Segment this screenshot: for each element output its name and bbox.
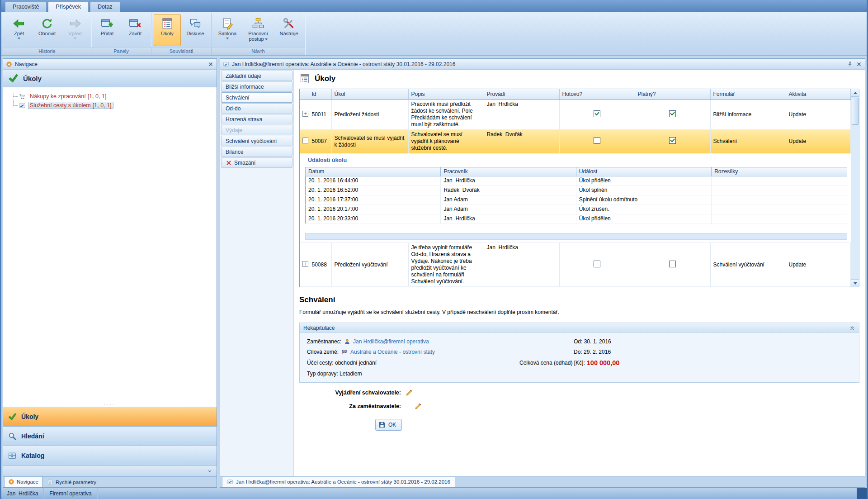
close-panel-button[interactable]: Zavřít <box>122 14 149 46</box>
close-icon[interactable] <box>856 61 862 67</box>
column-header-rozesilky[interactable]: Rozesílky <box>712 167 847 176</box>
employee-label: Zaměstnanec: <box>307 338 341 345</box>
hotovo-checkbox[interactable] <box>594 137 600 144</box>
chevron-down-icon[interactable] <box>207 468 213 474</box>
collapse-icon[interactable] <box>849 325 855 331</box>
platny-checkbox[interactable] <box>669 110 676 117</box>
column-header-popis[interactable]: Popis <box>408 89 484 100</box>
template-button[interactable]: Šablona <box>214 14 241 46</box>
column-header-provadi[interactable]: Provádí <box>484 89 559 100</box>
add-panel-button[interactable]: Přidat <box>94 14 121 46</box>
platny-checkbox[interactable] <box>669 261 676 267</box>
scroll-up-arrow[interactable] <box>851 89 859 97</box>
section-hledani[interactable]: Hledání <box>3 426 217 446</box>
document-tab-bar: Jan Hrdlička@firemní operativa: Austráli… <box>220 476 865 487</box>
event-row[interactable]: 20. 1. 2016 20:33:00 Jan Hrdlička Úkol p… <box>306 214 847 224</box>
event-row[interactable]: 20. 1. 2016 16:52:00 Radek Dvořák Úkol s… <box>306 186 847 195</box>
column-header-datum[interactable]: Datum <box>306 167 441 176</box>
platny-checkbox[interactable] <box>669 137 676 144</box>
forward-button[interactable]: Vpřed <box>61 14 89 46</box>
column-header-pracovnik[interactable]: Pracovník <box>441 167 576 176</box>
tab-prispevek[interactable]: Příspěvek <box>48 1 89 12</box>
panel-splitter[interactable]: ···· <box>3 401 217 407</box>
section-label: Hledání <box>21 432 44 440</box>
tree-item-nakupy[interactable]: Nákupy ke zpracování[1, 0, 1] <box>3 92 217 101</box>
employee-link[interactable]: Jan Hrdlička@firemní operativa <box>353 338 429 345</box>
close-panel-icon <box>129 16 142 31</box>
tools-button[interactable]: Nástroje <box>275 14 302 46</box>
cell-rozesilky <box>712 176 847 186</box>
left-panel-bottom-tabs: Navigace Rychlé parametry <box>3 476 217 487</box>
hotovo-checkbox[interactable] <box>594 261 600 267</box>
dropdown-arrow-icon <box>74 38 76 39</box>
pencil-icon[interactable] <box>406 389 413 396</box>
tab-navigace[interactable]: Navigace <box>4 477 42 487</box>
form-content: Úkoly <box>294 70 865 476</box>
nav-item-bilance[interactable]: Bilance <box>221 147 292 157</box>
refresh-icon <box>41 16 53 31</box>
event-row[interactable]: 20. 1. 2016 17:37:00 Jan Adam Splnění úk… <box>306 195 847 205</box>
column-header-id[interactable]: Id <box>309 89 331 100</box>
nav-item-smazani[interactable]: Smazání <box>221 157 292 168</box>
tab-dotaz[interactable]: Dotaz <box>90 1 120 12</box>
tab-pracoviste[interactable]: Pracoviště <box>5 1 47 12</box>
cell-udalost: Úkol přidělen <box>576 176 711 186</box>
scrollbar-thumb[interactable] <box>852 98 859 125</box>
date-to: Do: 29. 2. 2016 <box>574 349 611 355</box>
column-header-formular[interactable]: Formulář <box>710 89 786 100</box>
form-nav: Základní údaje Bližší informace Schválen… <box>220 70 294 476</box>
nav-item-blizsi-informace[interactable]: Bližší informace <box>221 81 292 92</box>
ok-button[interactable]: OK <box>375 419 402 431</box>
button-label: Šablona <box>218 31 236 36</box>
nav-item-zakladni-udaje[interactable]: Základní údaje <box>221 71 292 81</box>
nav-item-vydaje[interactable]: Výdaje <box>221 125 292 135</box>
vertical-scrollbar[interactable] <box>851 89 859 287</box>
refresh-button[interactable]: Obnovit <box>33 14 61 46</box>
back-button[interactable]: Zpět <box>5 14 33 46</box>
section-katalog[interactable]: Katalog <box>3 446 217 465</box>
column-header-udalost[interactable]: Událost <box>576 167 711 176</box>
nav-item-schvaleni[interactable]: Schválení <box>221 92 292 103</box>
scroll-down-arrow[interactable] <box>851 279 859 287</box>
close-icon[interactable] <box>208 61 214 67</box>
column-header-platny[interactable]: Platný? <box>635 89 710 100</box>
scrollbar-track[interactable] <box>851 97 859 279</box>
nav-item-schvaleni-vyuctovani[interactable]: Schválení vyúčtování <box>221 136 292 146</box>
expand-icon[interactable] <box>302 261 308 267</box>
column-header-aktivita[interactable]: Aktivita <box>786 89 851 100</box>
workflow-icon <box>252 16 264 31</box>
hotovo-checkbox[interactable] <box>594 110 600 117</box>
events-title[interactable]: Události úkolu <box>305 153 847 167</box>
navigation-panel-titlebar: Navigace <box>3 59 217 70</box>
table-row[interactable]: 50087 Schvalovatel se musí vyjádřit k žá… <box>300 130 851 153</box>
tasks-button[interactable]: Úkoly <box>154 14 181 46</box>
event-row[interactable]: 20. 1. 2016 20:17:00 Jan Adam Úkol zruše… <box>306 205 847 214</box>
save-icon <box>378 421 386 428</box>
recap-title: Rekapitulace <box>303 325 335 331</box>
section-label: Úkoly <box>21 413 38 420</box>
dropdown-arrow-icon <box>226 38 229 39</box>
section-ukoly[interactable]: Úkoly <box>3 407 217 426</box>
workflow-button[interactable]: Pracovní postup <box>242 14 274 46</box>
pencil-icon[interactable] <box>415 403 422 410</box>
nav-item-od-do[interactable]: Od-do <box>221 103 292 114</box>
collapse-icon[interactable] <box>302 138 308 143</box>
country-link[interactable]: Austrálie a Oceánie - ostrovní státy <box>350 349 435 355</box>
tab-rychle-parametry[interactable]: Rychlé parametry <box>43 477 100 487</box>
document-tab[interactable]: Jan Hrdlička@firemní operativa: Austráli… <box>222 477 455 487</box>
cell-id: 50011 <box>309 100 331 130</box>
nav-item-hrazena-strava[interactable]: Hrazená strava <box>221 114 292 124</box>
pin-icon[interactable] <box>847 61 853 67</box>
expand-icon[interactable] <box>302 111 308 117</box>
column-header-hotovo[interactable]: Hotovo? <box>559 89 635 100</box>
discussion-button[interactable]: Diskuse <box>182 14 209 46</box>
event-row[interactable]: 20. 1. 2016 16:44:00 Jan Hrdlička Úkol p… <box>306 176 847 186</box>
tab-label: Rychlé parametry <box>56 480 96 485</box>
cell-pracovnik: Jan Adam <box>441 205 576 214</box>
recap-body: Zaměstnanec: Jan Hrdlička@firemní operat… <box>300 333 859 382</box>
cell-aktivita: Update <box>786 243 851 287</box>
table-row[interactable]: 50011 Předložení žádosti Pracovník musí … <box>300 100 851 130</box>
tree-item-sluzebni-cesty[interactable]: Služební cesty s úkolem[1, 0, 1] <box>3 101 217 110</box>
table-row[interactable]: 50088 Předložení vyúčtování Je třeba vyp… <box>300 243 851 287</box>
column-header-ukol[interactable]: Úkol <box>331 89 408 100</box>
